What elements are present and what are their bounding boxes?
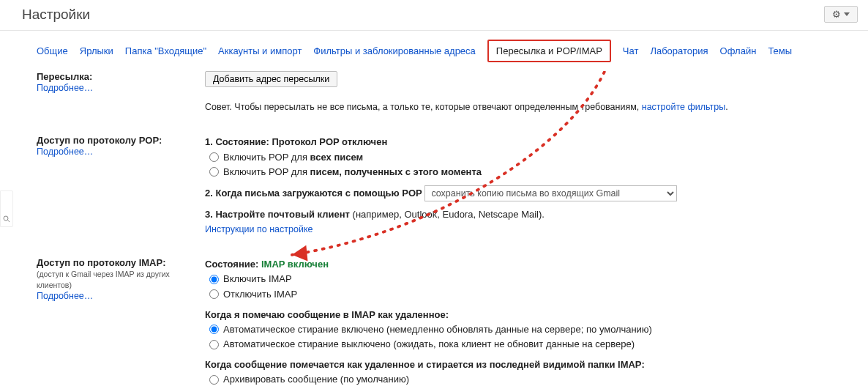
pop-configure-instructions-link[interactable]: Инструкции по настройке	[205, 224, 313, 234]
pop-enable-from-now-option[interactable]: Включить POP для писем, полученных с это…	[209, 165, 853, 179]
imap-enable-label: Включить IMAP	[223, 272, 292, 286]
tab-forwarding-pop-imap[interactable]: Пересылка и POP/IMAP	[487, 40, 611, 62]
imap-enable-option[interactable]: Включить IMAP	[209, 272, 853, 286]
gear-icon: ⚙	[832, 10, 841, 19]
settings-gear-button[interactable]: ⚙	[824, 6, 858, 23]
imap-last-archive-option[interactable]: Архивировать сообщение (по умолчанию)	[209, 372, 853, 387]
tab-inbox[interactable]: Папка "Входящие"	[125, 45, 206, 56]
imap-status-prefix: Состояние:	[205, 259, 261, 270]
forwarding-section-label: Пересылка: Подробнее…	[37, 71, 205, 114]
tab-accounts-import[interactable]: Аккаунты и импорт	[218, 45, 302, 56]
imap-expunge-question: Когда я помечаю сообщение в IMAP как уда…	[205, 308, 853, 322]
forwarding-tip-post: .	[725, 102, 727, 112]
imap-section-label: Доступ по протоколу IMAP: (доступ к Gmai…	[37, 257, 205, 389]
pop-download-action-select[interactable]: сохранить копию письма во входящих Gmail	[424, 185, 677, 201]
tab-offline[interactable]: Офлайн	[720, 45, 757, 56]
tab-labs[interactable]: Лаборатория	[650, 45, 708, 56]
pop-title: Доступ по протоколу POP:	[37, 135, 162, 146]
imap-subtitle: (доступ к Gmail через IMAP из других кли…	[37, 270, 170, 289]
caret-down-icon	[844, 12, 850, 16]
imap-disable-label: Отключить IMAP	[223, 287, 297, 302]
pop-status-prefix: 1. Состояние:	[205, 136, 272, 147]
imap-disable-radio[interactable]	[209, 289, 219, 299]
forwarding-tip: Совет. Чтобы пересылать не все письма, а…	[205, 100, 853, 114]
imap-learn-more-link[interactable]: Подробнее…	[37, 291, 93, 301]
pop-step3: 3. Настройте почтовый клиент (например, …	[205, 207, 853, 222]
pop-status-value: Протокол POP отключен	[272, 136, 387, 147]
imap-auto-expunge-on-radio[interactable]	[209, 325, 219, 334]
forwarding-tip-text: Совет. Чтобы пересылать не все письма, а…	[205, 102, 642, 112]
forwarding-create-filter-link[interactable]: настройте фильтры	[642, 102, 725, 112]
imap-title: Доступ по протоколу IMAP:	[37, 257, 165, 268]
imap-enable-radio[interactable]	[209, 275, 219, 284]
imap-last-folder-question: Когда сообщение помечается как удаленное…	[205, 357, 853, 372]
pop-enable-from-now-radio[interactable]	[209, 167, 219, 177]
tab-themes[interactable]: Темы	[768, 45, 792, 56]
tab-general[interactable]: Общие	[37, 45, 68, 56]
imap-last-archive-label: Архивировать сообщение (по умолчанию)	[223, 372, 409, 387]
pop-enable-from-now-label: Включить POP для писем, полученных с это…	[223, 165, 482, 179]
imap-auto-expunge-on-label: Автоматическое стирание включено (немедл…	[223, 322, 652, 337]
settings-tabs: Общие Ярлыки Папка "Входящие" Аккаунты и…	[0, 31, 868, 71]
tab-filters-blocked[interactable]: Фильтры и заблокированные адреса	[313, 45, 475, 56]
imap-disable-option[interactable]: Отключить IMAP	[209, 287, 853, 302]
imap-status-value: IMAP включен	[261, 259, 329, 270]
tab-labels[interactable]: Ярлыки	[80, 45, 113, 56]
pop-download-question: 2. Когда письма загружаются с помощью PO…	[205, 188, 422, 199]
pop-enable-all-radio[interactable]	[209, 152, 219, 162]
pop-enable-all-option[interactable]: Включить POP для всех писем	[209, 150, 853, 165]
imap-auto-expunge-on-option[interactable]: Автоматическое стирание включено (немедл…	[209, 322, 853, 337]
imap-last-archive-radio[interactable]	[209, 375, 219, 385]
pop-enable-all-label: Включить POP для всех писем	[223, 150, 363, 165]
pop-section-label: Доступ по протоколу POP: Подробнее…	[37, 135, 205, 237]
forwarding-learn-more-link[interactable]: Подробнее…	[37, 83, 93, 93]
forwarding-title: Пересылка:	[37, 71, 92, 82]
pop-learn-more-link[interactable]: Подробнее…	[37, 147, 93, 157]
page-title: Настройки	[22, 7, 90, 23]
imap-auto-expunge-off-radio[interactable]	[209, 340, 219, 349]
tab-chat[interactable]: Чат	[623, 45, 639, 56]
add-forwarding-address-button[interactable]: Добавить адрес пересылки	[205, 71, 337, 87]
imap-auto-expunge-off-option[interactable]: Автоматическое стирание выключено (ожида…	[209, 337, 853, 352]
imap-auto-expunge-off-label: Автоматическое стирание выключено (ожида…	[223, 337, 635, 352]
